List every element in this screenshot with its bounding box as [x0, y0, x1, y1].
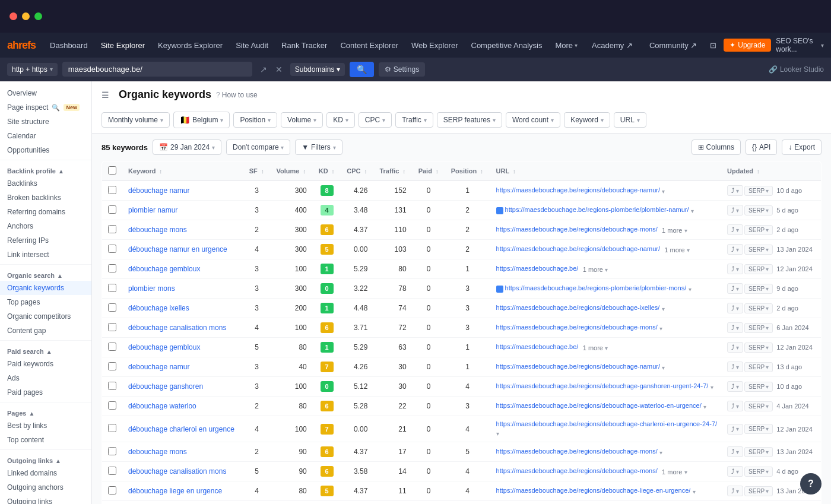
settings-button[interactable]: ⚙ Settings [379, 62, 425, 77]
url-link[interactable]: https://maesdebouchage.be/regions-plombe… [505, 206, 689, 213]
sidebar-item-opportunities[interactable]: Opportunities [0, 143, 91, 157]
url-dropdown-icon[interactable]: ▾ [659, 449, 662, 456]
select-all-checkbox[interactable] [108, 166, 116, 175]
sidebar-item-content-gap[interactable]: Content gap [0, 324, 91, 338]
sidebar-item-broken-backlinks[interactable]: Broken backlinks [0, 191, 91, 205]
trend-button[interactable]: ⤴ ▾ [727, 342, 743, 353]
trend-button[interactable]: ⤴ ▾ [727, 205, 743, 215]
keyword-link[interactable]: plombier namur [128, 206, 177, 214]
keyword-header[interactable]: Keyword ↕ [122, 161, 243, 181]
url-dropdown-icon[interactable]: ▾ [703, 404, 706, 410]
date-picker[interactable]: 📅 29 Jan 2024 ▾ [153, 140, 221, 155]
row-checkbox[interactable] [108, 245, 116, 253]
sidebar-section-paid-search[interactable]: Paid search ▲ [0, 343, 91, 357]
looker-studio-button[interactable]: 🔗 Looker Studio [769, 65, 824, 74]
nav-item-content-explorer[interactable]: Content Explorer [334, 39, 404, 52]
sidebar-section-organic-search[interactable]: Organic search ▲ [0, 267, 91, 281]
sidebar-item-outgoing-anchors[interactable]: Outgoing anchors [0, 480, 91, 495]
url-link[interactable]: https://maesdebouchage.be/ [496, 265, 579, 272]
hamburger-icon[interactable]: ☰ [102, 90, 109, 100]
sidebar-item-link-intersect[interactable]: Link intersect [0, 248, 91, 262]
search-button[interactable]: 🔍 [350, 62, 374, 77]
screen-icon[interactable]: ⊡ [708, 39, 719, 52]
serp-button[interactable]: SERP ▾ [744, 245, 773, 255]
url-dropdown-icon[interactable]: ▾ [605, 267, 608, 273]
url-dropdown-icon[interactable]: ▾ [691, 208, 694, 214]
url-dropdown-icon[interactable]: ▾ [662, 306, 665, 312]
trend-button[interactable]: ⤴ ▾ [727, 362, 743, 372]
url-input[interactable] [62, 62, 252, 77]
sidebar-item-top-pages[interactable]: Top pages [0, 295, 91, 309]
url-link[interactable]: https://maesdebouchage.be/regions/debouc… [496, 382, 709, 389]
row-checkbox[interactable] [108, 382, 116, 390]
url-link[interactable]: https://maesdebouchage.be/regions/debouc… [496, 487, 691, 494]
url-link[interactable]: https://maesdebouchage.be/regions/debouc… [496, 245, 660, 252]
url-dropdown-icon[interactable]: ▾ [687, 247, 690, 253]
sidebar-item-top-content[interactable]: Top content [0, 433, 91, 447]
upgrade-button[interactable]: ✦ Upgrade [724, 39, 771, 52]
url-link[interactable]: https://maesdebouchage.be/regions-plombe… [505, 284, 687, 291]
url-dropdown-icon[interactable]: ▾ [496, 430, 499, 437]
external-link-button[interactable]: ↗ [257, 63, 270, 76]
trend-button[interactable]: ⤴ ▾ [727, 424, 743, 435]
url-dropdown-icon[interactable]: ▾ [684, 227, 687, 234]
serp-button[interactable]: SERP ▾ [744, 447, 773, 457]
nav-item-site-audit[interactable]: Site Audit [230, 39, 274, 52]
keyword-link[interactable]: debouchage canalisation mons [128, 467, 226, 476]
position-filter[interactable]: Position ▾ [233, 112, 277, 128]
keyword-link[interactable]: débouchage namur [128, 186, 189, 195]
url-link[interactable]: https://maesdebouchage.be/regions/debouc… [496, 304, 660, 311]
keyword-link[interactable]: débouchage waterloo [128, 402, 196, 410]
volume-filter[interactable]: Volume ▾ [281, 112, 323, 128]
serp-button[interactable]: SERP ▾ [744, 264, 773, 274]
more-urls-link[interactable]: 1 more [664, 246, 684, 253]
serp-button[interactable]: SERP ▾ [744, 467, 773, 477]
trend-button[interactable]: ⤴ ▾ [727, 446, 743, 457]
clear-url-button[interactable]: ✕ [272, 63, 286, 76]
serp-button[interactable]: SERP ▾ [744, 205, 773, 215]
subdomains-select[interactable]: Subdomains ▾ [290, 63, 345, 76]
row-checkbox[interactable] [108, 225, 116, 233]
serp-button[interactable]: SERP ▾ [744, 225, 773, 235]
keyword-link[interactable]: débouchage ganshoren [128, 382, 203, 391]
monthly-volume-filter[interactable]: Monthly volume ▾ [102, 112, 170, 128]
nav-item-competitive-analysis[interactable]: Competitive Analysis [465, 39, 548, 52]
row-checkbox[interactable] [108, 486, 116, 495]
nav-item-dashboard[interactable]: Dashboard [44, 39, 94, 52]
country-filter[interactable]: 🇧🇪 Belgium ▾ [173, 112, 230, 128]
trend-button[interactable]: ⤴ ▾ [727, 283, 743, 294]
more-urls-link[interactable]: 1 more [662, 227, 682, 234]
url-dropdown-icon[interactable]: ▾ [662, 364, 665, 371]
sidebar-item-ads[interactable]: Ads [0, 371, 91, 385]
url-link[interactable]: https://maesdebouchage.be/regions/debouc… [496, 467, 658, 474]
row-checkbox[interactable] [108, 264, 116, 272]
url-dropdown-icon[interactable]: ▾ [693, 489, 696, 495]
trend-button[interactable]: ⤴ ▾ [727, 224, 743, 235]
sidebar-item-best-by-links[interactable]: Best by links [0, 419, 91, 433]
nav-item-academy[interactable]: Academy ↗ [586, 39, 639, 52]
filters-main-button[interactable]: ▼ Filters ▾ [295, 140, 342, 155]
trend-button[interactable]: ⤴ ▾ [727, 381, 743, 392]
position-header[interactable]: Position ↕ [445, 161, 490, 181]
row-checkbox[interactable] [108, 343, 116, 351]
select-all-header[interactable] [102, 161, 123, 181]
columns-button[interactable]: ⊞ Columns [692, 140, 741, 155]
sf-header[interactable]: SF ↕ [243, 161, 271, 181]
url-link[interactable]: https://maesdebouchage.be/regions/debouc… [496, 186, 660, 194]
keyword-link[interactable]: debouchage namur [128, 363, 189, 371]
cpc-header[interactable]: CPC ↕ [341, 161, 373, 181]
keyword-link[interactable]: débouchage gembloux [128, 265, 200, 273]
kd-filter[interactable]: KD ▾ [326, 112, 355, 128]
row-checkbox[interactable] [108, 362, 116, 370]
sidebar-item-organic-competitors[interactable]: Organic competitors [0, 309, 91, 324]
row-checkbox[interactable] [108, 323, 116, 331]
traffic-light-red[interactable] [9, 12, 17, 20]
compare-button[interactable]: Don't compare ▾ [226, 140, 290, 155]
sidebar-section-outgoing-links[interactable]: Outgoing links ▲ [0, 452, 91, 466]
export-button[interactable]: ↓ Export [782, 140, 822, 155]
sidebar-item-backlinks[interactable]: Backlinks [0, 176, 91, 191]
keyword-link[interactable]: plombier mons [128, 284, 175, 293]
url-dropdown-icon[interactable]: ▾ [689, 286, 692, 293]
protocol-select[interactable]: http + https ▾ [7, 63, 58, 76]
traffic-light-yellow[interactable] [22, 12, 30, 20]
